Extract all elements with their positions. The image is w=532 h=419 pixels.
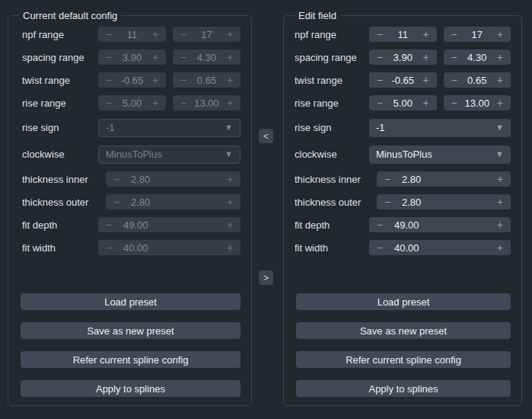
load-preset-button[interactable]: Load preset	[21, 293, 241, 310]
minus-icon[interactable]: −	[374, 75, 385, 85]
spinbox-value[interactable]: 0.65	[460, 75, 495, 86]
plus-icon: +	[225, 29, 235, 40]
npf-range-max-spinbox[interactable]: − 17 +	[444, 27, 511, 42]
npf-range-max-spinbox: − 17 +	[173, 27, 241, 42]
twist-range-max-spinbox: − 0.65 +	[173, 72, 241, 88]
thickness-inner-spinbox[interactable]: − 2.80 +	[377, 171, 511, 187]
plus-icon[interactable]: +	[495, 242, 505, 253]
minus-icon[interactable]: −	[374, 219, 385, 230]
spacing-range-max-spinbox: − 4.30 +	[173, 50, 241, 65]
twist-range-min-spinbox[interactable]: − -0.65 +	[369, 72, 437, 88]
npf-range-min-spinbox[interactable]: − 11 +	[369, 27, 437, 42]
fit-depth-label: fit depth	[22, 219, 98, 231]
apply-to-splines-button[interactable]: Apply to splines	[21, 380, 241, 397]
spinbox-value: 11	[114, 29, 150, 40]
spinbox-value[interactable]: 5.00	[385, 98, 421, 109]
npf-range-min-spinbox: − 11 +	[98, 27, 166, 42]
minus-icon[interactable]: −	[382, 197, 393, 207]
minus-icon[interactable]: −	[374, 29, 385, 40]
field-rows: npf range − 11 + − 17 + spacing range −	[284, 16, 521, 259]
plus-icon[interactable]: +	[495, 52, 505, 62]
rise-range-max-spinbox: − 13.00 +	[173, 95, 241, 110]
fit-depth-label: fit depth	[295, 219, 369, 231]
plus-icon[interactable]: +	[495, 75, 505, 85]
twist-range-min-spinbox: − -0.65 +	[98, 72, 166, 88]
spinbox-value[interactable]: 40.00	[385, 242, 495, 254]
plus-icon[interactable]: +	[495, 98, 505, 108]
rise-sign-row: rise sign -1 ▼	[22, 114, 241, 141]
fit-width-row: fit width − 40.00 +	[22, 236, 241, 259]
minus-icon[interactable]: −	[449, 75, 460, 85]
spinbox-value[interactable]: 2.80	[393, 174, 495, 185]
fit-width-row: fit width − 40.00 +	[295, 236, 511, 259]
twist-range-label: twist range	[22, 75, 98, 86]
fit-width-label: fit width	[22, 242, 98, 254]
preset-buttons: Load preset Save as new preset Refer cur…	[8, 293, 251, 405]
spacing-range-max-spinbox[interactable]: − 4.30 +	[444, 50, 511, 65]
spinbox-value: -0.65	[114, 75, 150, 86]
thickness-inner-label: thickness inner	[295, 174, 369, 185]
refer-current-spline-config-button[interactable]: Refer current spline config	[296, 351, 511, 368]
plus-icon[interactable]: +	[495, 174, 505, 184]
load-preset-button[interactable]: Load preset	[296, 293, 511, 310]
rise-sign-row: rise sign -1 ▼	[295, 114, 511, 141]
minus-icon: −	[104, 242, 114, 253]
transfer-right-button[interactable]: >	[259, 270, 273, 285]
rise-sign-dropdown[interactable]: -1 ▼	[369, 119, 511, 137]
spacing-range-min-spinbox[interactable]: − 3.90 +	[369, 50, 437, 65]
minus-icon[interactable]: −	[449, 98, 460, 108]
plus-icon: +	[150, 29, 161, 40]
rise-range-label: rise range	[22, 98, 98, 109]
rise-range-max-spinbox[interactable]: − 13.00 +	[444, 95, 511, 110]
transfer-left-button[interactable]: <	[259, 129, 273, 143]
plus-icon: +	[225, 98, 235, 108]
plus-icon[interactable]: +	[495, 219, 505, 230]
plus-icon[interactable]: +	[495, 197, 505, 207]
spinbox-value[interactable]: 4.30	[460, 52, 495, 63]
thickness-outer-spinbox[interactable]: − 2.80 +	[377, 194, 511, 210]
minus-icon[interactable]: −	[449, 29, 460, 40]
plus-icon[interactable]: +	[421, 75, 432, 85]
spinbox-value[interactable]: 11	[385, 29, 421, 40]
fit-width-spinbox[interactable]: − 40.00 +	[369, 240, 511, 255]
plus-icon[interactable]: +	[421, 52, 432, 62]
refer-current-spline-config-button[interactable]: Refer current spline config	[21, 351, 241, 368]
thickness-inner-row: thickness inner − 2.80 +	[22, 168, 241, 190]
plus-icon: +	[150, 52, 161, 62]
plus-icon[interactable]: +	[495, 29, 505, 40]
spinbox-value[interactable]: 49.00	[385, 219, 495, 231]
current-default-config-panel: Current default config npf range − 11 + …	[8, 15, 252, 406]
rise-range-min-spinbox[interactable]: − 5.00 +	[369, 95, 437, 110]
minus-icon: −	[178, 29, 189, 40]
thickness-outer-row: thickness outer − 2.80 +	[22, 190, 241, 213]
panel-title: Current default config	[19, 9, 121, 23]
thickness-inner-spinbox: − 2.80 +	[106, 171, 241, 187]
minus-icon[interactable]: −	[374, 52, 385, 62]
apply-to-splines-button[interactable]: Apply to splines	[296, 380, 511, 397]
spinbox-value: 49.00	[114, 219, 225, 231]
spinbox-value[interactable]: 13.00	[460, 98, 495, 109]
fit-depth-spinbox[interactable]: − 49.00 +	[369, 217, 511, 232]
clockwise-dropdown[interactable]: MinusToPlus ▼	[369, 146, 511, 164]
spinbox-value: 13.00	[189, 98, 225, 109]
minus-icon: −	[178, 98, 189, 108]
spinbox-value[interactable]: 2.80	[393, 197, 495, 208]
spinbox-value[interactable]: 17	[460, 29, 495, 40]
twist-range-max-spinbox[interactable]: − 0.65 +	[444, 72, 511, 88]
plus-icon[interactable]: +	[421, 29, 432, 40]
spinbox-value[interactable]: 3.90	[385, 52, 421, 63]
minus-icon[interactable]: −	[374, 242, 385, 253]
minus-icon[interactable]: −	[382, 174, 393, 184]
spinbox-value[interactable]: -0.65	[385, 75, 421, 86]
save-as-new-preset-button[interactable]: Save as new preset	[21, 322, 241, 339]
spinbox-value: 3.90	[114, 52, 150, 63]
plus-icon[interactable]: +	[421, 98, 432, 108]
minus-icon: −	[104, 219, 114, 230]
minus-icon[interactable]: −	[449, 52, 460, 62]
clockwise-row: clockwise MinusToPlus ▼	[22, 141, 241, 168]
npf-range-row: npf range − 11 + − 17 +	[295, 23, 511, 46]
save-as-new-preset-button[interactable]: Save as new preset	[296, 322, 511, 339]
dropdown-value: -1	[106, 122, 115, 133]
spinbox-value: 0.65	[189, 75, 225, 86]
minus-icon[interactable]: −	[374, 98, 385, 108]
